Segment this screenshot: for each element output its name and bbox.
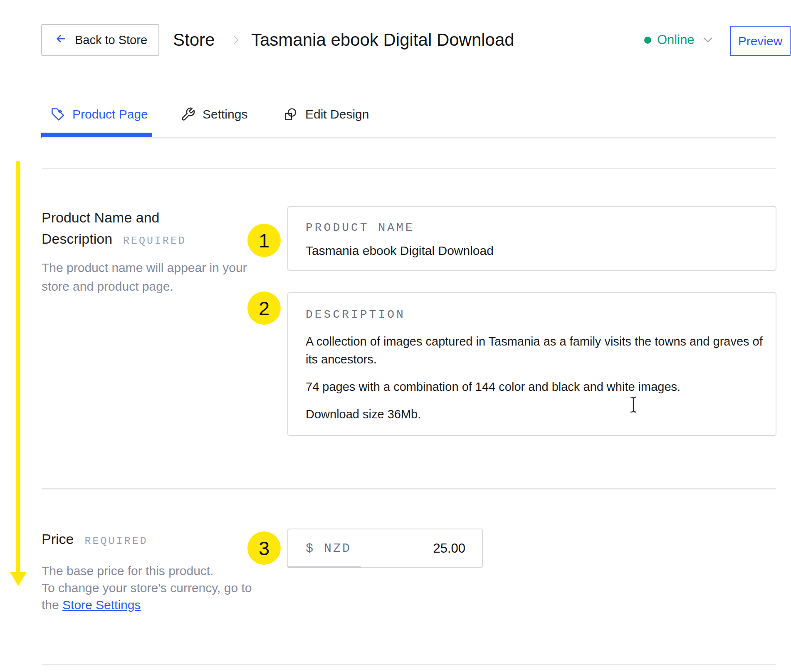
content-top-divider — [42, 168, 776, 169]
price-helper-line1: The base price for this product. — [42, 562, 252, 579]
price-helper-text: The base price for this product. To chan… — [42, 562, 252, 613]
tab-edit-design-label: Edit Design — [305, 107, 369, 121]
design-shapes-icon — [283, 107, 298, 122]
description-field-label: DESCRIPTION — [306, 308, 405, 321]
price-helper-line2: To change your store's currency, go to — [42, 579, 252, 596]
name-description-helper-text: The product name will appear in your sto… — [42, 258, 254, 296]
description-field-value[interactable]: A collection of images captured in Tasma… — [306, 333, 769, 433]
description-paragraph: Download size 36Mb. — [306, 405, 769, 423]
price-currency-label: $ NZD — [306, 541, 351, 556]
yellow-down-arrow-head — [10, 572, 27, 586]
product-name-field-label: PRODUCT NAME — [306, 221, 415, 234]
tab-settings[interactable]: Settings — [180, 107, 247, 122]
back-to-store-label: Back to Store — [75, 33, 147, 47]
price-title: Price — [42, 531, 74, 547]
bottom-divider — [42, 664, 776, 665]
product-name-field-value[interactable]: Tasmania ebook Digital Download — [306, 244, 494, 258]
section-title-price: PriceREQUIRED — [42, 529, 148, 552]
tab-settings-label: Settings — [203, 107, 247, 121]
price-field-bottom-accent — [287, 566, 361, 568]
tag-icon — [50, 107, 65, 122]
visibility-status-dropdown[interactable]: Online — [644, 32, 714, 47]
chevron-down-icon — [702, 36, 714, 44]
online-status-dot-icon — [644, 37, 651, 44]
price-section-divider — [42, 488, 776, 489]
price-field[interactable]: $ NZD 25.00 — [287, 529, 483, 568]
step-2-badge: 2 — [247, 292, 281, 325]
text-cursor-ibeam-icon — [627, 395, 640, 414]
description-paragraph: A collection of images captured in Tasma… — [306, 333, 769, 368]
product-editor-page: Back to Store Store Tasmania ebook Digit… — [0, 0, 791, 672]
required-badge: REQUIRED — [123, 235, 186, 247]
breadcrumb-current-title: Tasmania ebook Digital Download — [251, 30, 514, 50]
description-field[interactable]: DESCRIPTION A collection of images captu… — [287, 292, 776, 436]
description-paragraph: 74 pages with a combination of 144 color… — [306, 378, 769, 396]
section-title-line2: Description — [42, 231, 112, 247]
product-name-field[interactable]: PRODUCT NAME Tasmania ebook Digital Down… — [287, 206, 776, 271]
preview-button[interactable]: Preview — [730, 26, 791, 56]
store-settings-link[interactable]: Store Settings — [62, 598, 141, 612]
section-title-name-description: Product Name and DescriptionREQUIRED — [42, 207, 186, 252]
step-3-badge: 3 — [247, 531, 281, 565]
arrow-left-icon — [53, 33, 68, 47]
online-status-label: Online — [657, 32, 695, 47]
back-to-store-button[interactable]: Back to Store — [41, 24, 159, 56]
wrench-icon — [180, 107, 195, 122]
yellow-down-arrow-shaft — [16, 161, 20, 573]
tab-edit-design[interactable]: Edit Design — [283, 107, 369, 122]
tabs-divider — [42, 137, 776, 138]
chevron-right-icon — [229, 33, 243, 47]
price-field-value[interactable]: 25.00 — [433, 541, 465, 556]
tab-product-page[interactable]: Product Page — [50, 107, 148, 122]
breadcrumb-store-link[interactable]: Store — [173, 30, 215, 50]
section-title-line1: Product Name and — [42, 207, 186, 228]
required-badge: REQUIRED — [84, 535, 148, 547]
tab-product-page-label: Product Page — [72, 107, 148, 121]
price-helper-line3-prefix: the — [42, 598, 62, 612]
step-1-badge: 1 — [247, 224, 281, 257]
